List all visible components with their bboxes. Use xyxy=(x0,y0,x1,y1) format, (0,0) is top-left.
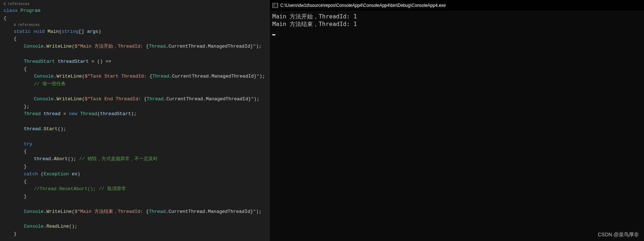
console-output-line: Main 方法开始，ThreadId: 1 xyxy=(272,13,641,21)
blank-line[interactable] xyxy=(4,88,269,96)
console-titlebar[interactable]: C:\ C:\Users\dw1d\source\repos\ConsoleAp… xyxy=(269,0,644,11)
code-line[interactable]: class Program xyxy=(4,7,269,15)
code-line[interactable]: { xyxy=(4,15,269,22)
code-line[interactable]: { xyxy=(4,148,269,155)
console-output-line: Main 方法结束，ThreadId: 1 xyxy=(272,21,641,28)
code-line[interactable]: ThreadStart threadStart = () => xyxy=(4,58,269,66)
console-window: C:\ C:\Users\dw1d\source\repos\ConsoleAp… xyxy=(269,0,644,241)
code-line[interactable]: } xyxy=(4,163,269,171)
console-app-icon: C:\ xyxy=(272,3,278,8)
blank-line[interactable] xyxy=(4,238,269,241)
code-line[interactable]: Console.WriteLine($"Task Start ThreadId:… xyxy=(4,73,269,80)
console-title-text: C:\Users\dw1d\source\repos\ConsoleApp4\C… xyxy=(280,3,446,8)
code-line[interactable]: Console.WriteLine($"Task End ThreadId: {… xyxy=(4,96,269,103)
blank-line[interactable] xyxy=(4,216,269,223)
watermark: CSDN @菜鸟厚非 xyxy=(598,232,639,238)
code-line[interactable]: try xyxy=(4,141,269,148)
code-line[interactable]: { xyxy=(4,66,269,73)
code-line[interactable]: // 做一些任务 xyxy=(4,80,269,88)
code-line[interactable]: }; xyxy=(4,103,269,111)
code-line[interactable]: Console.ReadLine(); xyxy=(4,223,269,231)
code-line[interactable]: catch (Exception ex) xyxy=(4,171,269,178)
code-line[interactable]: static void Main(string[] args) xyxy=(4,28,269,36)
code-line[interactable]: Console.WriteLine($"Main 方法结束，ThreadId: … xyxy=(4,208,269,216)
code-line[interactable]: //Thread.ResetAbort(); // 取消异常 xyxy=(4,185,269,193)
blank-line[interactable] xyxy=(4,133,269,141)
code-line[interactable]: Console.WriteLine($"Main 方法开始，ThreadId: … xyxy=(4,43,269,51)
code-editor[interactable]: 0 references class Program { 0 reference… xyxy=(0,0,269,241)
blank-line[interactable] xyxy=(4,201,269,208)
code-line[interactable]: } xyxy=(4,231,269,238)
blank-line[interactable] xyxy=(4,51,269,58)
code-line[interactable]: { xyxy=(4,178,269,186)
code-line[interactable]: thread.Abort(); // 销毁，方式是抛异常，不一定及时 xyxy=(4,155,269,163)
codelens-class[interactable]: 0 references xyxy=(4,1,269,7)
blank-line[interactable] xyxy=(4,118,269,126)
code-line[interactable]: { xyxy=(4,35,269,43)
codelens-method[interactable]: 0 references xyxy=(4,22,269,28)
code-line[interactable]: Thread thread = new Thread(threadStart); xyxy=(4,110,269,118)
console-cursor xyxy=(272,34,275,35)
console-output[interactable]: Main 方法开始，ThreadId: 1 Main 方法结束，ThreadId… xyxy=(269,11,644,241)
code-line[interactable]: thread.Start(); xyxy=(4,126,269,133)
code-line[interactable]: } xyxy=(4,193,269,201)
svg-text:C:\: C:\ xyxy=(273,4,278,7)
